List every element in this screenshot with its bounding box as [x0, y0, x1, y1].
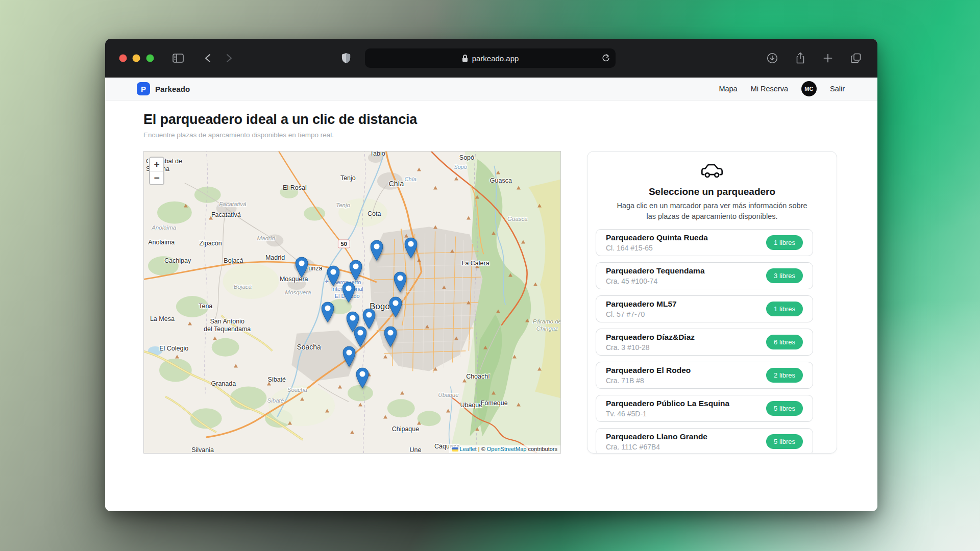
peak-icon — [188, 321, 192, 325]
map-marker[interactable] — [343, 346, 356, 367]
peak-icon — [213, 337, 217, 340]
back-button[interactable] — [205, 54, 211, 63]
peak-icon — [475, 195, 479, 198]
road-shield: 50 — [338, 239, 350, 248]
map-marker[interactable] — [327, 266, 340, 287]
peak-icon — [433, 367, 437, 370]
peak-icon — [475, 427, 479, 431]
parking-lot-item[interactable]: Parqueadero Díaz&Diaz Cra. 3 #10-28 6 li… — [596, 329, 813, 356]
new-tab-button[interactable] — [823, 53, 833, 63]
parkeado-brand[interactable]: P Parkeado — [137, 82, 190, 95]
osm-link[interactable]: OpenStreetMap — [487, 446, 527, 452]
lot-info: Parqueadero Llano Grande Cra. 111C #67B4 — [606, 432, 707, 451]
peak-icon — [492, 391, 496, 394]
peak-icon — [184, 204, 188, 208]
map-marker[interactable] — [356, 368, 369, 389]
url-text: parkeado.app — [472, 54, 519, 63]
browser-window: parkeado.app — [105, 39, 877, 511]
page-title: El parqueadero ideal a un clic de distan… — [143, 101, 839, 128]
peak-icon — [404, 234, 408, 238]
nav-link-mi-reserva[interactable]: Mi Reserva — [751, 85, 788, 93]
peak-icon — [433, 186, 437, 189]
privacy-shield-icon[interactable] — [341, 53, 351, 64]
map-marker[interactable] — [350, 260, 362, 281]
map-zoom-control: + − — [149, 157, 164, 185]
nav-link-mapa[interactable]: Mapa — [719, 85, 737, 93]
peak-icon — [533, 283, 537, 286]
parkeado-logo-icon: P — [137, 82, 150, 95]
sidebar-toggle-button[interactable] — [173, 54, 184, 63]
share-button[interactable] — [795, 52, 805, 64]
lot-address: Cra. 45 #100-74 — [606, 277, 705, 285]
availability-badge: 2 libres — [766, 368, 803, 383]
zoom-in-button[interactable]: + — [150, 158, 163, 171]
parking-panel: Seleccione un parqueadero Haga clic en u… — [587, 151, 837, 454]
peak-icon — [446, 409, 450, 413]
panel-description: Haga clic en un marcador para ver más in… — [612, 201, 812, 222]
peak-icon — [517, 186, 521, 189]
map-marker[interactable] — [394, 271, 406, 292]
map-marker[interactable] — [389, 296, 402, 317]
parking-lot-item[interactable]: Parqueadero Público La Esquina Tv. 46 #5… — [596, 395, 813, 422]
peak-icon — [512, 355, 517, 358]
peak-icon — [517, 403, 521, 407]
peak-icon — [234, 364, 238, 367]
parking-lot-item[interactable]: Parqueadero Quinta Rueda Cl. 164 #15-65 … — [596, 229, 813, 256]
logout-button[interactable]: Salir — [830, 85, 845, 93]
map-attribution: Leaflet | © OpenStreetMap contributors — [449, 445, 560, 453]
map-marker[interactable] — [371, 240, 383, 261]
parking-lot-item[interactable]: Parqueadero Llano Grande Cra. 111C #67B4… — [596, 428, 813, 454]
parking-lot-item[interactable]: Parqueadero Tequendama Cra. 45 #100-74 3… — [596, 262, 813, 289]
lot-info: Parqueadero Díaz&Diaz Cra. 3 #10-28 — [606, 333, 695, 352]
parking-lot-list: Parqueadero Quinta Rueda Cl. 164 #15-65 … — [587, 229, 837, 454]
attribution-suffix: contributors — [528, 446, 557, 452]
parking-lot-item[interactable]: Parqueadero ML57 Cl. 57 #7-70 1 libres — [596, 295, 813, 322]
lot-name: Parqueadero Díaz&Diaz — [606, 333, 695, 342]
lot-address: Cra. 3 #10-28 — [606, 343, 695, 352]
lot-name: Parqueadero El Rodeo — [606, 366, 691, 375]
peak-icon — [417, 258, 421, 262]
peak-icon — [467, 216, 471, 220]
zoom-out-button[interactable]: − — [150, 171, 163, 184]
leaflet-link[interactable]: Leaflet — [460, 446, 477, 452]
peak-icon — [325, 409, 329, 413]
lot-address: Cl. 164 #15-65 — [606, 244, 708, 252]
lot-info: Parqueadero Tequendama Cra. 45 #100-74 — [606, 266, 705, 285]
peak-icon — [467, 300, 471, 304]
peak-icon — [209, 216, 213, 220]
peak-icon — [288, 421, 292, 424]
map-marker[interactable] — [342, 282, 355, 303]
lot-info: Parqueadero ML57 Cl. 57 #7-70 — [606, 299, 677, 318]
leaflet-map[interactable]: Guayabal de SíquimaTabioSopóSopóTenjoTen… — [143, 151, 561, 454]
lot-address: Tv. 46 #5D-1 — [606, 410, 729, 418]
site-navbar: P Parkeado Mapa Mi Reserva MC Salir — [105, 78, 877, 101]
map-marker[interactable] — [296, 257, 308, 278]
forward-button[interactable] — [226, 54, 232, 63]
lot-name: Parqueadero ML57 — [606, 299, 677, 309]
map-marker[interactable] — [321, 302, 334, 322]
minimize-window-button[interactable] — [133, 55, 140, 62]
close-window-button[interactable] — [119, 55, 127, 62]
peak-icon — [400, 391, 404, 394]
map-marker[interactable] — [354, 327, 367, 347]
user-avatar[interactable]: MC — [801, 81, 817, 96]
lot-address: Cra. 71B #8 — [606, 377, 691, 385]
peak-icon — [450, 249, 454, 253]
lot-info: Parqueadero Público La Esquina Tv. 46 #5… — [606, 399, 729, 418]
brand-name: Parkeado — [155, 85, 190, 93]
lot-address: Cl. 57 #7-70 — [606, 310, 677, 318]
peak-icon — [350, 430, 354, 434]
peak-icon — [454, 337, 458, 340]
tab-overview-button[interactable] — [850, 53, 862, 64]
map-marker[interactable] — [405, 238, 418, 259]
downloads-button[interactable] — [767, 53, 778, 64]
fullscreen-window-button[interactable] — [146, 55, 154, 62]
reload-button[interactable] — [602, 54, 609, 63]
map-marker[interactable] — [384, 326, 397, 347]
peak-icon — [433, 225, 437, 229]
peak-icon — [475, 264, 479, 268]
parking-lot-item[interactable]: Parqueadero El Rodeo Cra. 71B #8 2 libre… — [596, 362, 813, 389]
address-bar[interactable]: parkeado.app — [365, 48, 616, 68]
peak-icon — [462, 379, 467, 383]
browser-titlebar: parkeado.app — [105, 39, 877, 78]
